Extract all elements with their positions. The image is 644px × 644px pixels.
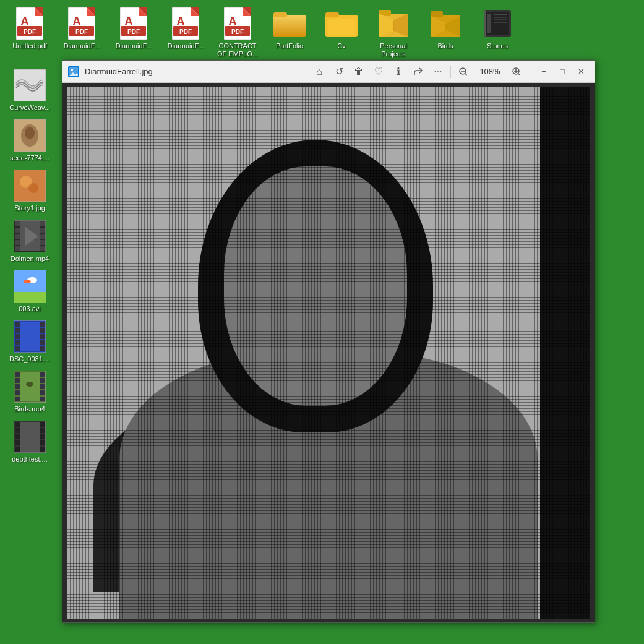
photo-canvas	[67, 87, 590, 619]
image-icon-seed	[14, 119, 46, 152]
icon-label-depthtest: depthtest....	[12, 455, 47, 463]
pdf-icon-diarmuid3: PDF A	[170, 7, 202, 40]
desktop-icon-stones[interactable]: Stones	[473, 5, 522, 53]
top-icon-row: PDF A Untitled.pdf PDF A DiarmuidF...	[0, 0, 644, 66]
delete-button[interactable]: 🗑	[350, 63, 367, 80]
desktop-icon-portfolio[interactable]: PortFolio	[265, 5, 314, 53]
desktop-icon-personal-projects[interactable]: Personal Projects	[369, 5, 418, 61]
pdf-icon-diarmuid1: PDF A	[66, 7, 98, 40]
desktop-icon-seed[interactable]: seed-7774,...	[5, 117, 54, 165]
svg-rect-122	[40, 428, 45, 433]
video-icon-003-avi	[14, 270, 46, 303]
svg-rect-88	[15, 322, 20, 327]
desktop-icon-diarmuid3[interactable]: PDF A DiarmuidF...	[161, 5, 210, 53]
pdf-icon-untitled: PDF A	[14, 7, 46, 40]
folder-icon-personal-projects	[377, 7, 410, 40]
svg-rect-93	[40, 322, 45, 327]
folder-icon-portfolio	[273, 7, 306, 40]
minimize-button[interactable]: −	[535, 63, 552, 80]
info-button[interactable]: ℹ	[390, 63, 407, 80]
desktop-icon-diarmuid1[interactable]: PDF A DiarmuidF...	[57, 5, 106, 53]
home-button[interactable]: ⌂	[311, 63, 328, 80]
icon-label-personal-projects: Personal Projects	[371, 42, 416, 58]
window-controls: − □ ✕	[535, 63, 590, 80]
video-icon-dsc-0031	[14, 320, 46, 353]
svg-rect-103	[15, 384, 20, 389]
icon-label-seed: seed-7774,...	[10, 154, 49, 162]
room-right-border	[540, 87, 590, 619]
svg-rect-74	[40, 234, 45, 239]
svg-rect-104	[15, 390, 20, 395]
desktop-icon-birds-mp4[interactable]: Birds.mp4	[5, 368, 54, 416]
svg-rect-89	[15, 328, 20, 333]
share-button[interactable]	[410, 63, 427, 80]
desktop-icon-dolmen[interactable]: Dolmen.mp4	[5, 218, 54, 265]
viewer-titlebar: DiarmuidFarrell.jpg ⌂ ↺ 🗑 ♡ ℹ ···	[62, 61, 595, 83]
more-button[interactable]: ···	[429, 63, 447, 80]
icon-label-birds: Birds	[437, 42, 453, 50]
icon-label-untitled-pdf: Untitled.pdf	[12, 42, 47, 50]
desktop-icon-cv[interactable]: Cv	[317, 5, 366, 53]
svg-rect-108	[40, 384, 45, 389]
svg-rect-106	[40, 372, 45, 377]
icon-label-diarmuid2: DiarmuidF...	[116, 42, 152, 50]
folder-icon-cv	[325, 7, 358, 40]
svg-rect-117	[15, 428, 20, 433]
svg-rect-71	[15, 246, 20, 251]
svg-rect-119	[15, 440, 20, 445]
icon-label-003-avi: 003.avi	[19, 305, 40, 313]
svg-rect-68	[15, 228, 20, 233]
svg-text:A: A	[21, 15, 29, 27]
svg-rect-91	[15, 340, 20, 345]
svg-text:PDF: PDF	[75, 28, 88, 35]
svg-text:A: A	[73, 15, 81, 27]
icon-label-dolmen: Dolmen.mp4	[11, 255, 49, 263]
toolbar-separator	[450, 66, 451, 78]
app-icon	[67, 66, 80, 78]
desktop-icon-curve-weave[interactable]: CurveWeav...	[5, 67, 54, 114]
svg-rect-72	[40, 221, 45, 226]
svg-point-64	[28, 183, 38, 193]
video-icon-depthtest	[14, 421, 46, 453]
zoom-out-button[interactable]	[455, 63, 472, 80]
svg-text:PDF: PDF	[24, 28, 36, 35]
pdf-icon-diarmuid2: PDF A	[118, 7, 150, 40]
svg-text:PDF: PDF	[127, 28, 140, 35]
rotate-left-button[interactable]: ↺	[330, 63, 348, 80]
svg-rect-70	[15, 240, 20, 245]
video-icon-dolmen	[14, 220, 46, 252]
icon-label-diarmuid3: DiarmuidF...	[168, 42, 204, 50]
desktop-icon-story1[interactable]: Story1.jpg	[5, 167, 54, 215]
viewer-toolbar-buttons: ⌂ ↺ 🗑 ♡ ℹ ··· 108%	[311, 63, 525, 80]
folder-icon-birds	[429, 7, 462, 40]
svg-rect-95	[40, 334, 45, 339]
svg-rect-82	[14, 292, 46, 303]
svg-rect-124	[40, 440, 45, 445]
svg-rect-101	[15, 372, 20, 377]
svg-rect-96	[40, 340, 45, 345]
svg-text:PDF: PDF	[231, 28, 244, 35]
icon-label-portfolio: PortFolio	[276, 42, 303, 50]
icon-label-birds-mp4: Birds.mp4	[14, 405, 45, 413]
viewer-filename: DiarmuidFarrell.jpg	[85, 67, 306, 76]
svg-rect-123	[40, 434, 45, 439]
icon-label-contract: CONTRACT OF EMPLO...	[215, 42, 260, 58]
svg-text:A: A	[125, 15, 133, 27]
video-icon-birds-mp4	[14, 371, 46, 403]
desktop-icon-diarmuid2[interactable]: PDF A DiarmuidF...	[109, 5, 158, 53]
desktop-icon-contract[interactable]: PDF A CONTRACT OF EMPLO...	[213, 5, 262, 61]
svg-rect-118	[15, 434, 20, 439]
zoom-level: 108%	[474, 67, 505, 76]
icon-label-stones: Stones	[487, 42, 508, 50]
desktop-icon-003-avi[interactable]: 003.avi	[5, 268, 54, 316]
svg-rect-110	[40, 397, 45, 401]
close-button[interactable]: ✕	[572, 63, 590, 80]
favorite-button[interactable]: ♡	[370, 63, 387, 80]
desktop-icon-depthtest[interactable]: depthtest....	[5, 418, 54, 466]
desktop-icon-untitled-pdf[interactable]: PDF A Untitled.pdf	[5, 5, 54, 53]
svg-rect-43	[431, 11, 443, 17]
desktop-icon-dsc-0031[interactable]: DSC_0031....	[5, 318, 54, 366]
desktop-icon-birds[interactable]: Birds	[421, 5, 470, 53]
maximize-button[interactable]: □	[554, 63, 571, 80]
zoom-in-button[interactable]	[508, 63, 525, 80]
